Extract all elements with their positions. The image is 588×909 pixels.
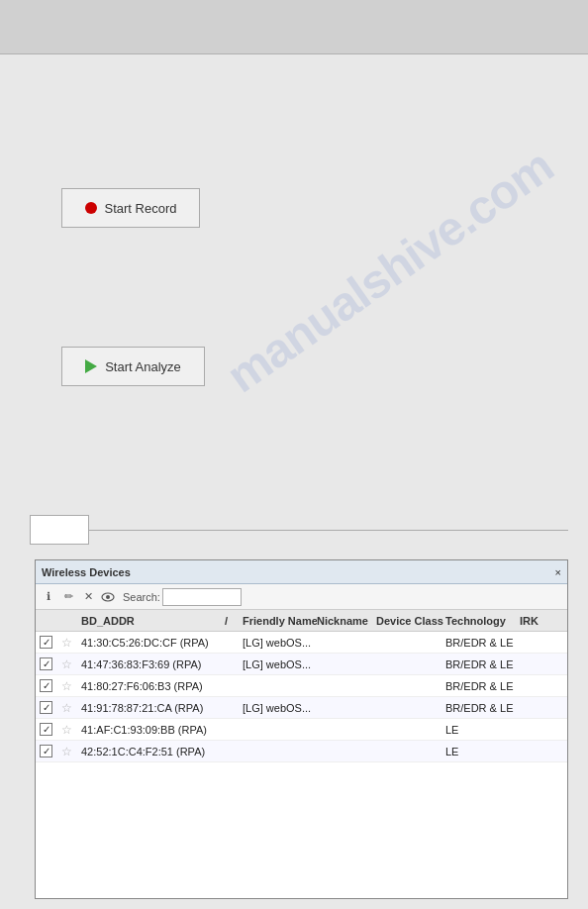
row-friendly-1: [LG] webOS...	[243, 658, 317, 670]
table-row[interactable]: ☆ 42:52:1C:C4:F2:51 (RPA) LE	[36, 741, 567, 762]
checkbox-0[interactable]	[40, 636, 52, 649]
checkbox-2[interactable]	[40, 679, 52, 692]
col-header-addr: BD_ADDR	[81, 615, 225, 627]
table-body: ☆ 41:30:C5:26:DC:CF (RPA) [LG] webOS... …	[36, 632, 567, 762]
row-checkbox[interactable]	[40, 679, 61, 692]
row-addr-5: 42:52:1C:C4:F2:51 (RPA)	[81, 746, 225, 758]
row-checkbox[interactable]	[40, 701, 61, 714]
row-friendly-0: [LG] webOS...	[243, 637, 317, 649]
table-row[interactable]: ☆ 41:80:27:F6:06:B3 (RPA) BR/EDR & LE	[36, 675, 567, 697]
row-addr-4: 41:AF:C1:93:09:BB (RPA)	[81, 724, 225, 736]
checkbox-1[interactable]	[40, 657, 52, 670]
bottom-tab-line	[89, 530, 568, 531]
star-icon-5[interactable]: ☆	[61, 745, 72, 758]
start-analyze-label: Start Analyze	[105, 359, 181, 374]
table-header: BD_ADDR / Friendly Name Nickname Device …	[36, 610, 567, 632]
row-star[interactable]: ☆	[61, 701, 81, 715]
table-row[interactable]: ☆ 41:30:C5:26:DC:CF (RPA) [LG] webOS... …	[36, 632, 567, 654]
svg-point-1	[106, 595, 110, 599]
star-icon-0[interactable]: ☆	[61, 636, 72, 650]
row-checkbox[interactable]	[40, 745, 61, 758]
table-row[interactable]: ☆ 41:91:78:87:21:CA (RPA) [LG] webOS... …	[36, 697, 567, 719]
top-bar	[0, 0, 588, 54]
row-checkbox[interactable]	[40, 657, 61, 670]
panel-title: Wireless Devices	[42, 566, 551, 578]
row-tech-2: BR/EDR & LE	[445, 680, 520, 692]
row-friendly-3: [LG] webOS...	[243, 702, 317, 714]
search-label: Search:	[123, 591, 160, 603]
eye-toolbar-icon[interactable]	[99, 588, 117, 606]
row-star[interactable]: ☆	[61, 745, 81, 758]
row-tech-3: BR/EDR & LE	[445, 702, 520, 714]
col-header-sort: /	[225, 615, 243, 627]
col-header-irk: IRK	[520, 615, 549, 627]
checkbox-3[interactable]	[40, 701, 52, 714]
play-icon	[85, 359, 97, 373]
record-icon	[85, 202, 97, 214]
edit-toolbar-icon[interactable]: ✏	[59, 588, 77, 606]
checkbox-5[interactable]	[40, 745, 52, 758]
panel-title-bar: Wireless Devices ×	[36, 560, 567, 584]
info-toolbar-icon[interactable]: ℹ	[40, 588, 57, 606]
table-row[interactable]: ☆ 41:47:36:83:F3:69 (RPA) [LG] webOS... …	[36, 654, 567, 675]
col-header-nickname: Nickname	[317, 615, 376, 627]
row-tech-4: LE	[445, 724, 520, 736]
panel-close-button[interactable]: ×	[555, 566, 561, 578]
table-row[interactable]: ☆ 41:AF:C1:93:09:BB (RPA) LE	[36, 719, 567, 741]
row-checkbox[interactable]	[40, 723, 61, 736]
watermark: manualshive.com	[217, 138, 564, 405]
star-icon-3[interactable]: ☆	[61, 701, 72, 715]
row-tech-0: BR/EDR & LE	[445, 637, 520, 649]
checkbox-4[interactable]	[40, 723, 52, 736]
star-icon-4[interactable]: ☆	[61, 723, 72, 737]
row-addr-3: 41:91:78:87:21:CA (RPA)	[81, 702, 225, 714]
row-star[interactable]: ☆	[61, 679, 81, 693]
row-star[interactable]: ☆	[61, 723, 81, 737]
row-addr-0: 41:30:C5:26:DC:CF (RPA)	[81, 637, 225, 649]
start-analyze-button[interactable]: Start Analyze	[61, 347, 205, 386]
panel-toolbar: ℹ ✏ ✕ Search:	[36, 584, 567, 610]
row-addr-2: 41:80:27:F6:06:B3 (RPA)	[81, 680, 225, 692]
wireless-panel: Wireless Devices × ℹ ✏ ✕ Search: BD_ADDR…	[35, 559, 568, 899]
row-checkbox[interactable]	[40, 636, 61, 649]
col-header-tech: Technology	[445, 615, 520, 627]
star-icon-1[interactable]: ☆	[61, 657, 72, 671]
star-icon-2[interactable]: ☆	[61, 679, 72, 693]
start-record-button[interactable]: Start Record	[61, 188, 200, 228]
row-addr-1: 41:47:36:83:F3:69 (RPA)	[81, 658, 225, 670]
bottom-tab-box	[30, 515, 89, 545]
search-input[interactable]	[162, 588, 242, 606]
start-record-label: Start Record	[105, 201, 177, 216]
row-tech-1: BR/EDR & LE	[445, 658, 520, 670]
delete-toolbar-icon[interactable]: ✕	[79, 588, 97, 606]
col-header-friendly: Friendly Name	[243, 615, 317, 627]
row-star[interactable]: ☆	[61, 657, 81, 671]
row-tech-5: LE	[445, 746, 520, 758]
row-star[interactable]: ☆	[61, 636, 81, 650]
col-header-class: Device Class	[376, 615, 445, 627]
